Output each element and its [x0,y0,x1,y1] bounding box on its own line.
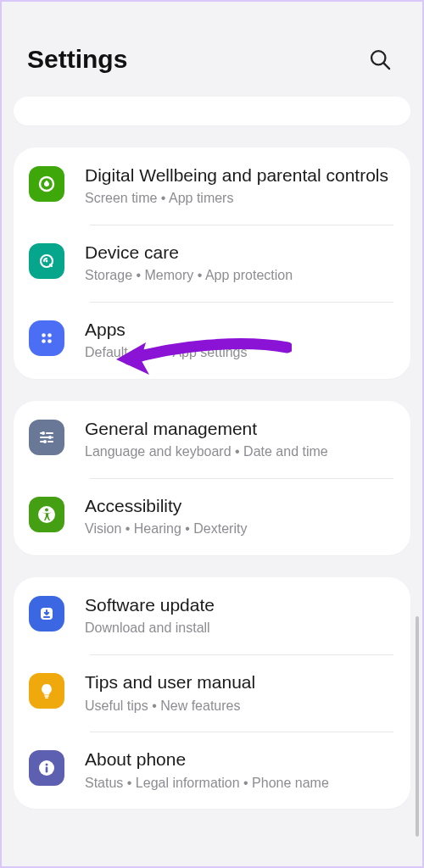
tips-icon [29,673,64,709]
settings-item-apps[interactable]: Apps Default apps • App settings [14,302,410,379]
svg-rect-10 [46,432,53,434]
svg-rect-14 [52,437,53,438]
item-subtitle: Default apps • App settings [85,344,392,362]
svg-point-25 [46,764,48,766]
item-subtitle: Useful tips • New features [85,698,392,715]
apps-icon [29,320,64,356]
settings-screen: Settings Digital Wellbeing and parental … [2,2,422,866]
accessibility-icon [29,497,64,532]
svg-line-1 [384,64,389,69]
svg-rect-16 [40,441,44,442]
svg-rect-13 [40,437,49,438]
software-update-icon [29,596,64,632]
item-subtitle: Storage • Memory • App protection [85,267,392,285]
svg-rect-11 [40,432,42,434]
svg-rect-26 [46,767,48,773]
item-subtitle: Screen time • App timers [85,190,392,208]
settings-item-general[interactable]: General management Language and keyboard… [14,401,410,478]
svg-point-7 [42,339,46,343]
item-title: Accessibility [85,495,392,517]
svg-rect-22 [44,696,48,698]
settings-item-devicecare[interactable]: Device care Storage • Memory • App prote… [14,225,410,302]
item-subtitle: Vision • Hearing • Dexterity [85,520,392,538]
settings-item-tips[interactable]: Tips and user manual Useful tips • New f… [14,654,410,732]
item-subtitle: Download and install [85,620,392,637]
item-subtitle: Language and keyboard • Date and time [85,443,392,461]
item-title: General management [85,418,392,440]
svg-point-4 [46,260,48,263]
scrollbar[interactable] [416,616,419,837]
wellbeing-icon [29,166,64,202]
item-title: Digital Wellbeing and parental controls [85,164,392,186]
settings-item-about[interactable]: About phone Status • Legal information •… [14,732,410,809]
previous-card-stub [14,97,410,125]
svg-point-8 [47,339,52,343]
settings-item-software[interactable]: Software update Download and install [14,577,410,654]
svg-rect-23 [45,698,48,698]
item-subtitle: Status • Legal information • Phone name [85,775,392,793]
svg-point-19 [45,509,48,512]
header: Settings [2,2,422,97]
item-title: Device care [85,242,392,264]
devicecare-icon [29,243,64,279]
item-title: Apps [85,319,392,341]
settings-group: Software update Download and install Tip… [14,577,410,809]
svg-point-5 [42,333,46,337]
item-title: About phone [85,748,392,771]
page-title: Settings [27,45,127,74]
search-button[interactable] [363,42,397,76]
item-title: Software update [85,594,392,616]
svg-point-6 [47,333,52,337]
settings-group: Digital Wellbeing and parental controls … [14,147,410,379]
settings-group: General management Language and keyboard… [14,401,410,555]
general-icon [29,420,64,455]
about-icon [29,750,64,786]
settings-item-accessibility[interactable]: Accessibility Vision • Hearing • Dexteri… [14,478,410,555]
item-title: Tips and user manual [85,671,392,693]
search-icon [368,47,392,71]
settings-item-wellbeing[interactable]: Digital Wellbeing and parental controls … [14,147,410,225]
svg-rect-17 [47,441,53,442]
